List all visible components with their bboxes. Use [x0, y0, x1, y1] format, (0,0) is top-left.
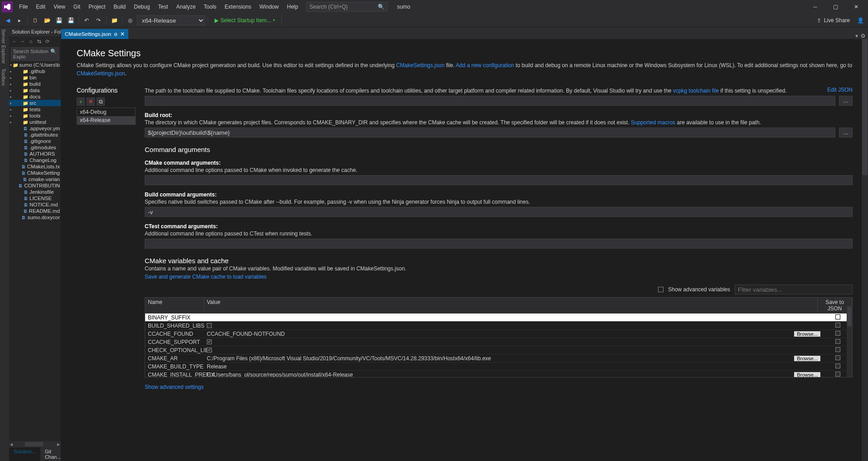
tree-file[interactable]: 🗎AUTHORS [9, 151, 61, 157]
save-all-icon[interactable]: 💾 [66, 15, 76, 25]
config-select[interactable]: x64-Release [137, 15, 205, 25]
editor-vscroll[interactable] [862, 39, 868, 461]
tree-file[interactable]: 🗎Jenkinsfile [9, 189, 61, 195]
link-macros[interactable]: Supported macros [631, 119, 675, 126]
solution-hscroll[interactable]: ◂▸ [9, 441, 61, 447]
tree-file[interactable]: 🗎CMakeSetting [9, 170, 61, 176]
var-row[interactable]: CCACHE_SUPPORT [145, 338, 852, 346]
tree-root[interactable]: 📁sumo (C:\Users\b [9, 62, 61, 68]
var-bool-checkbox[interactable] [207, 339, 212, 344]
var-browse-button[interactable]: Browse... [794, 372, 820, 378]
folder-icon[interactable]: 📁 [109, 15, 119, 25]
var-bool-checkbox[interactable] [207, 348, 212, 353]
menu-test[interactable]: Test [155, 2, 172, 12]
var-bool-checkbox[interactable] [207, 323, 212, 328]
tree-file[interactable]: 🗎.gitattributes [9, 132, 61, 138]
var-save-checkbox[interactable] [835, 323, 840, 328]
link-vcpkg[interactable]: vcpkg toolchain file [673, 88, 719, 94]
tree-folder-bin[interactable]: 📁bin [9, 74, 61, 81]
var-row[interactable]: CHECK_OPTIONAL_LIBS [145, 346, 852, 354]
new-item-icon[interactable]: 🗋 [30, 15, 40, 25]
tab-close-icon[interactable]: ✕ [120, 31, 125, 37]
config-x64-debug[interactable]: x64-Debug [77, 108, 135, 116]
tree-file[interactable]: 🗎CMakeLists.tx [9, 163, 61, 170]
tree-file[interactable]: 🗎sumo.doxycor [9, 214, 61, 221]
quick-search[interactable]: Search (Ctrl+Q)🔍 [306, 2, 388, 12]
var-save-checkbox[interactable] [835, 314, 840, 319]
undo-icon[interactable]: ↶ [82, 15, 92, 25]
buildroot-browse-button[interactable]: … [839, 128, 853, 137]
adv-vars-checkbox[interactable] [658, 287, 663, 292]
target-icon[interactable]: ◎ [125, 15, 135, 25]
nav-fwd-icon[interactable]: ▸ [15, 15, 24, 25]
add-config-icon[interactable]: ＋ [77, 98, 85, 106]
show-advanced-link[interactable]: Show advanced settings [145, 384, 204, 390]
vars-vscroll[interactable] [847, 306, 852, 377]
save-cache-link[interactable]: Save and generate CMake cache to load va… [145, 274, 267, 280]
tree-folder-build[interactable]: 📁build [9, 81, 61, 87]
var-save-checkbox[interactable] [835, 339, 840, 344]
menu-file[interactable]: File [15, 2, 31, 12]
edit-json-link[interactable]: Edit JSON [827, 87, 853, 93]
tab-settings-icon[interactable]: ✿ [861, 33, 865, 39]
var-row[interactable]: CMAKE_INSTALL_PREFIX C:/Users/bans_ol/so… [145, 371, 852, 377]
se-back-icon[interactable]: ← [11, 38, 18, 45]
tree-folder-data[interactable]: 📁data [9, 87, 61, 93]
document-tab[interactable]: CMakeSettings.json ⊖ ✕ [61, 29, 128, 39]
var-browse-button[interactable]: Browse... [794, 356, 820, 361]
var-save-checkbox[interactable] [835, 331, 840, 336]
var-row[interactable]: BINARY_SUFFIX [145, 314, 852, 322]
open-icon[interactable]: 📂 [42, 15, 52, 25]
menu-extensions[interactable]: Extensions [221, 2, 255, 12]
pin-icon[interactable]: ⊖ [114, 32, 117, 37]
var-browse-button[interactable]: Browse... [794, 331, 820, 337]
col-name[interactable]: Name [145, 298, 204, 313]
se-home-icon[interactable]: ⌂ [27, 38, 34, 45]
se-switch-icon[interactable]: ⇆ [35, 38, 43, 45]
var-save-checkbox[interactable] [835, 355, 840, 360]
tab-dropdown-icon[interactable]: ▾ [855, 33, 858, 39]
menu-git[interactable]: Git [70, 2, 84, 12]
nav-back-icon[interactable]: ◀ [3, 15, 13, 25]
link-cmakesettings[interactable]: CMakeSettings.json [396, 62, 444, 69]
toolchain-input[interactable] [145, 96, 835, 106]
link-add-config[interactable]: Add a new configuration [456, 62, 514, 69]
tree-folder-tools[interactable]: 📁tools [9, 113, 61, 119]
save-icon[interactable]: 💾 [54, 15, 64, 25]
col-value[interactable]: Value [204, 298, 818, 313]
menu-window[interactable]: Window [256, 2, 283, 12]
solution-search[interactable]: Search Solution Explo🔍 [11, 47, 59, 61]
live-share-button[interactable]: ⇪Live Share [813, 17, 853, 24]
menu-help[interactable]: Help [283, 2, 302, 12]
tree-folder-.github[interactable]: 📁.github [9, 68, 61, 74]
tree-file[interactable]: 🗎CONTRIBUTIN [9, 182, 61, 189]
copy-config-icon[interactable]: ⧉ [97, 98, 105, 106]
close-icon[interactable]: ✕ [846, 0, 866, 14]
var-save-checkbox[interactable] [835, 372, 840, 377]
redo-icon[interactable]: ↷ [93, 15, 103, 25]
var-row[interactable]: CMAKE_BUILD_TYPE Release [145, 363, 852, 371]
minimize-icon[interactable]: ─ [805, 0, 825, 14]
var-row[interactable]: CCACHE_FOUND CCACHE_FOUND-NOTFOUNDBrowse… [145, 330, 852, 338]
menu-build[interactable]: Build [110, 2, 130, 12]
tree-file[interactable]: 🗎README.md [9, 208, 61, 214]
tree-folder-tests[interactable]: 📁tests [9, 106, 61, 113]
var-row[interactable]: BUILD_SHARED_LIBS [145, 322, 852, 330]
filter-vars-input[interactable] [735, 284, 853, 294]
tree-file[interactable]: 🗎cmake-varian [9, 176, 61, 182]
toolchain-browse-button[interactable]: … [839, 96, 853, 106]
menu-view[interactable]: View [50, 2, 69, 12]
ctest-args-input[interactable] [145, 239, 853, 249]
tree-folder-unittest[interactable]: 📁unittest [9, 119, 61, 125]
menu-debug[interactable]: Debug [130, 2, 153, 12]
var-save-checkbox[interactable] [835, 363, 840, 368]
tree-file[interactable]: 🗎LICENSE [9, 195, 61, 201]
menu-edit[interactable]: Edit [32, 2, 49, 12]
maximize-icon[interactable]: ▢ [825, 0, 846, 14]
config-x64-release[interactable]: x64-Release [77, 116, 135, 124]
tree-folder-src[interactable]: 📁src [9, 100, 61, 106]
build-args-input[interactable] [145, 207, 853, 217]
menu-project[interactable]: Project [85, 2, 109, 12]
remove-config-icon[interactable]: ✕ [87, 98, 95, 106]
tree-folder-docs[interactable]: 📁docs [9, 93, 61, 100]
